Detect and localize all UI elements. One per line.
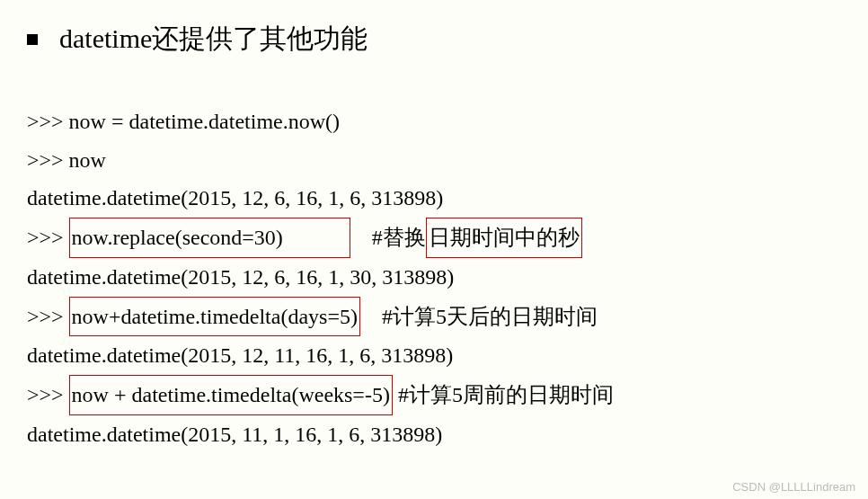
code-block: >>> now = datetime.datetime.now() >>> no… bbox=[27, 102, 841, 453]
code-suffix: #计算5天后的日期时间 bbox=[360, 305, 598, 328]
code-line: >>> now = datetime.datetime.now() bbox=[27, 102, 841, 141]
watermark: CSDN @LLLLLindream bbox=[732, 480, 855, 494]
code-prefix: >>> bbox=[27, 305, 69, 328]
code-line: datetime.datetime(2015, 12, 11, 16, 1, 6… bbox=[27, 336, 841, 375]
code-line: datetime.datetime(2015, 12, 6, 16, 1, 30… bbox=[27, 258, 841, 297]
code-prefix: >>> bbox=[27, 226, 69, 249]
slide-heading: datetime还提供了其他功能 bbox=[27, 21, 841, 58]
code-prefix: >>> bbox=[27, 383, 69, 406]
highlight-box: now + datetime.timedelta(weeks=-5) bbox=[69, 375, 393, 415]
code-suffix: #计算5周前的日期时间 bbox=[393, 383, 614, 406]
code-suffix: #替换 bbox=[350, 226, 426, 249]
highlight-box: now.replace(second=30) bbox=[69, 218, 350, 258]
code-line: datetime.datetime(2015, 12, 6, 16, 1, 6,… bbox=[27, 179, 841, 218]
code-line: >>> now+datetime.timedelta(days=5) #计算5天… bbox=[27, 297, 841, 337]
code-line: >>> now + datetime.timedelta(weeks=-5) #… bbox=[27, 375, 841, 415]
bullet-icon bbox=[27, 34, 38, 45]
code-line: datetime.datetime(2015, 11, 1, 16, 1, 6,… bbox=[27, 415, 841, 454]
code-line: >>> now.replace(second=30) #替换日期时间中的秒 bbox=[27, 218, 841, 258]
highlight-box: 日期时间中的秒 bbox=[426, 218, 582, 258]
code-line: >>> now bbox=[27, 141, 841, 180]
heading-text: datetime还提供了其他功能 bbox=[59, 21, 368, 58]
highlight-box: now+datetime.timedelta(days=5) bbox=[69, 297, 360, 337]
